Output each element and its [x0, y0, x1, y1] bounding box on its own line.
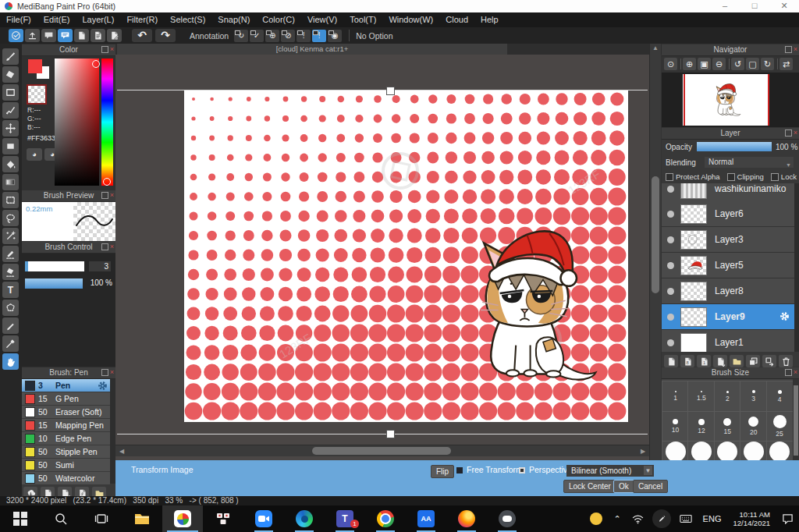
notification-center-icon[interactable]: [776, 505, 799, 532]
select-marquee-tool[interactable]: [2, 192, 19, 208]
brush-item-pen[interactable]: 3Pen: [22, 379, 110, 392]
tray-chevron-up-icon[interactable]: ⌃: [608, 505, 626, 532]
select-eraser-tool[interactable]: [2, 264, 19, 280]
menu-filef[interactable]: File(F): [0, 12, 37, 27]
comment-list-icon[interactable]: [58, 29, 73, 42]
brush-item-eraser-soft-[interactable]: 50Eraser (Soft): [22, 406, 110, 419]
menu-snapn[interactable]: Snap(N): [211, 12, 256, 27]
layer-transfer-icon[interactable]: [762, 355, 776, 367]
brush-size-cell-1.5[interactable]: 1.5: [687, 381, 715, 412]
canvas-workspace[interactable]: 123RF 123RF: [115, 55, 649, 488]
sv-cursor[interactable]: [92, 60, 100, 68]
nav-flip-icon[interactable]: ⇄: [779, 58, 793, 70]
close-panel-icon[interactable]: ×: [110, 243, 114, 250]
checkbox-lock[interactable]: Lock: [771, 172, 797, 181]
document-edit-icon[interactable]: [107, 29, 122, 42]
vertical-scroll-thumb[interactable]: [652, 176, 659, 293]
user-account-icon[interactable]: [584, 505, 608, 532]
ok-button[interactable]: Ok: [613, 480, 634, 493]
layer-1bit-icon[interactable]: 1: [697, 355, 711, 367]
layer-row-washikuninamiko[interactable]: washikuninamiko: [662, 183, 794, 201]
discord-icon[interactable]: [487, 505, 527, 532]
hue-slider[interactable]: [101, 59, 113, 186]
polygon-select-tool[interactable]: [2, 300, 19, 316]
document-tab[interactable]: [cloud] Kenma cat:r1+: [117, 44, 507, 55]
popout-icon[interactable]: [101, 243, 108, 250]
grid-app-icon[interactable]: [203, 505, 243, 532]
scatter-pen-tool[interactable]: [2, 102, 19, 119]
magic-wand-tool[interactable]: [2, 228, 19, 244]
menu-edite[interactable]: Edit(E): [37, 12, 76, 27]
layer-visibility-dot[interactable]: [667, 211, 674, 218]
layer-list-scrollbar[interactable]: [794, 183, 799, 352]
rectangle-tool[interactable]: [2, 84, 19, 101]
touch-keyboard-icon[interactable]: [674, 505, 698, 532]
layer-8bit-icon[interactable]: 8: [680, 355, 694, 367]
zoom-app-icon[interactable]: [243, 505, 284, 532]
maximize-button[interactable]: □: [740, 0, 769, 12]
layer-row-layer5[interactable]: Layer5: [662, 253, 794, 278]
select-lasso-tool[interactable]: [2, 210, 19, 226]
firefox-icon[interactable]: [446, 505, 487, 532]
select-pen-tool[interactable]: [2, 246, 19, 262]
menu-selects[interactable]: Select(S): [164, 12, 211, 27]
brush-item-watercolor[interactable]: 50Watercolor: [22, 472, 110, 485]
file-explorer-icon[interactable]: [122, 505, 162, 532]
menu-cloud[interactable]: Cloud: [439, 12, 474, 27]
eyedropper-tool[interactable]: [2, 335, 19, 352]
document-icon[interactable]: [74, 29, 89, 42]
layer-new-icon[interactable]: [664, 355, 678, 367]
menu-layerl[interactable]: Layer(L): [76, 12, 120, 27]
transform-handle-bottom[interactable]: [386, 430, 395, 438]
brush-size-cell-3[interactable]: 3: [740, 381, 767, 412]
bucket-tool[interactable]: [2, 156, 19, 172]
free-transform-checkbox[interactable]: [456, 467, 463, 473]
brush-size-cell-15[interactable]: 15: [714, 411, 741, 442]
task-view-icon[interactable]: [81, 505, 122, 532]
transform-handle-top[interactable]: [386, 87, 395, 95]
cancel-button[interactable]: Cancel: [633, 480, 668, 493]
checkbox-clipping[interactable]: Clipping: [727, 172, 764, 181]
hue-cursor[interactable]: [103, 178, 111, 186]
brush-item-g-pen[interactable]: 15G Pen: [22, 392, 110, 406]
close-panel-icon[interactable]: ×: [110, 369, 114, 376]
layer-visibility-dot[interactable]: [667, 186, 674, 193]
perspective-radio[interactable]: [519, 467, 525, 473]
annotation-info-filled-icon[interactable]: !: [312, 30, 326, 42]
teams-icon[interactable]: T1: [325, 505, 365, 532]
brush-size-cell-12[interactable]: 12: [687, 411, 715, 442]
layer-visibility-dot[interactable]: [667, 314, 674, 321]
popout-icon[interactable]: [785, 129, 792, 137]
annotation-check-icon[interactable]: ✓: [250, 30, 264, 42]
language-indicator[interactable]: ENG: [698, 505, 727, 532]
medibang-paint-icon[interactable]: [162, 505, 203, 532]
start-button[interactable]: [0, 505, 41, 532]
nav-rotate-left-icon[interactable]: ↺: [731, 58, 744, 70]
brush-item-edge-pen[interactable]: 10Edge Pen: [22, 432, 110, 445]
layer-visibility-dot[interactable]: [667, 262, 674, 269]
popout-icon[interactable]: [101, 369, 108, 376]
hand-tool[interactable]: [2, 353, 19, 370]
minimize-button[interactable]: –: [710, 0, 740, 12]
transform-box-top-edge[interactable]: [117, 90, 648, 90]
upload-icon[interactable]: [25, 29, 40, 42]
annotation-show-icon[interactable]: ◉: [328, 30, 342, 42]
close-panel-icon[interactable]: ×: [110, 192, 114, 199]
move-tool[interactable]: [2, 120, 19, 137]
brush-size-cell-4[interactable]: 4: [766, 381, 794, 412]
flip-button[interactable]: Flip: [431, 465, 454, 478]
layer-row-layer8[interactable]: Layer8: [662, 278, 794, 304]
nav-rotate-reset-icon[interactable]: ▢: [746, 58, 759, 70]
layer-visibility-dot[interactable]: [667, 288, 674, 295]
layer-visibility-dot[interactable]: [667, 236, 674, 243]
interpolation-select[interactable]: Bilinear (Smooth)▼: [566, 465, 654, 477]
horizontal-scroll-thumb[interactable]: [312, 447, 451, 455]
brush-size-cell-2[interactable]: 2: [714, 381, 741, 412]
layer-row-layer6[interactable]: Layer6: [662, 201, 794, 227]
annotation-hide-icon[interactable]: ⊘: [281, 30, 295, 42]
canvas-vertical-scrollbar[interactable]: ▲ ▼: [649, 44, 661, 488]
nav-fit-icon[interactable]: ▣: [698, 58, 711, 70]
menu-viewv[interactable]: View(V): [301, 12, 343, 27]
undo-button[interactable]: ↶: [132, 29, 152, 42]
text-tool[interactable]: T: [2, 282, 19, 298]
